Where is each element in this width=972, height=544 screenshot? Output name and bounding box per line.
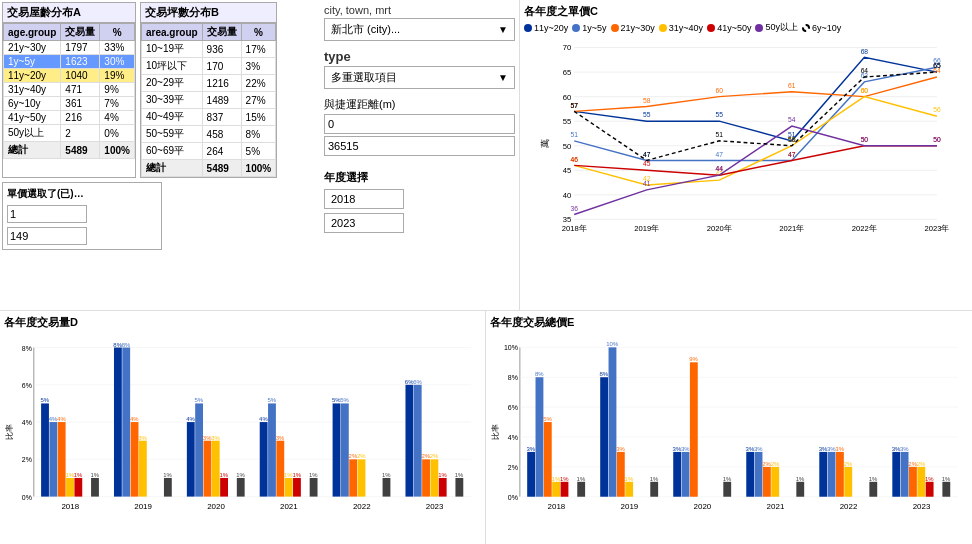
svg-text:5%: 5% bbox=[267, 397, 276, 403]
svg-text:1%: 1% bbox=[163, 472, 172, 478]
svg-rect-141 bbox=[422, 459, 430, 496]
svg-text:3%: 3% bbox=[616, 446, 625, 452]
svg-text:2019: 2019 bbox=[621, 502, 639, 511]
svg-text:2022: 2022 bbox=[840, 502, 858, 511]
svg-rect-203 bbox=[771, 467, 779, 497]
svg-rect-201 bbox=[763, 467, 771, 497]
svg-text:2022年: 2022年 bbox=[852, 224, 877, 233]
svg-rect-121 bbox=[293, 478, 301, 497]
table-a-header-2: % bbox=[100, 24, 135, 41]
svg-rect-102 bbox=[195, 403, 203, 496]
svg-rect-208 bbox=[819, 452, 827, 497]
single-price-title: 單價選取了(已)… bbox=[7, 187, 157, 201]
year-title: 年度選擇 bbox=[324, 170, 515, 185]
svg-rect-119 bbox=[285, 478, 293, 497]
svg-text:40: 40 bbox=[563, 191, 571, 200]
year-input-end[interactable] bbox=[324, 213, 404, 233]
svg-text:51: 51 bbox=[570, 131, 578, 138]
city-filter-select[interactable]: 新北市 (city)... ▼ bbox=[324, 18, 515, 41]
svg-text:58: 58 bbox=[643, 97, 651, 104]
table-b-header-2: % bbox=[241, 24, 276, 41]
svg-text:6%: 6% bbox=[413, 379, 422, 385]
svg-text:1%: 1% bbox=[796, 476, 805, 482]
svg-rect-194 bbox=[723, 482, 731, 497]
svg-text:1%: 1% bbox=[625, 476, 634, 482]
svg-text:3%: 3% bbox=[681, 446, 690, 452]
mrt-input-max[interactable] bbox=[324, 136, 515, 156]
svg-text:1%: 1% bbox=[90, 472, 99, 478]
svg-rect-93 bbox=[131, 422, 139, 497]
single-price-input-1[interactable] bbox=[7, 205, 87, 223]
svg-text:57: 57 bbox=[570, 102, 578, 109]
svg-text:2023: 2023 bbox=[913, 502, 931, 511]
svg-text:45: 45 bbox=[643, 160, 651, 167]
svg-text:1%: 1% bbox=[455, 472, 464, 478]
svg-rect-229 bbox=[942, 482, 950, 497]
svg-rect-164 bbox=[527, 452, 535, 497]
chart-c-title: 各年度之單價C bbox=[524, 4, 968, 19]
svg-rect-210 bbox=[828, 452, 836, 497]
svg-text:3%: 3% bbox=[900, 446, 909, 452]
svg-text:56: 56 bbox=[933, 106, 941, 113]
svg-text:2020: 2020 bbox=[207, 502, 225, 511]
svg-text:47: 47 bbox=[643, 151, 651, 158]
svg-rect-219 bbox=[892, 452, 900, 497]
svg-rect-134 bbox=[383, 478, 391, 497]
single-price-input-2[interactable] bbox=[7, 227, 87, 245]
mrt-input-min[interactable] bbox=[324, 114, 515, 134]
svg-text:50: 50 bbox=[788, 136, 796, 143]
svg-text:3%: 3% bbox=[527, 446, 536, 452]
svg-rect-143 bbox=[430, 459, 438, 496]
svg-text:2021年: 2021年 bbox=[779, 224, 804, 233]
chart-e-svg: 0%2%4%6%8%10%3%8%5%1%1%1%20188%10%3%1%1%… bbox=[490, 332, 968, 532]
svg-text:65: 65 bbox=[563, 68, 571, 77]
svg-rect-110 bbox=[237, 478, 245, 497]
svg-text:61: 61 bbox=[788, 82, 796, 89]
svg-rect-82 bbox=[66, 478, 74, 497]
svg-rect-174 bbox=[577, 482, 585, 497]
table-b-container: 交易坪數分布B area.group 交易量 % 10~19平93617%10坪… bbox=[140, 2, 277, 178]
main-container: 交易屋齡分布A age.group 交易量 % 21y~30y179733%1y… bbox=[0, 0, 972, 544]
svg-text:3%: 3% bbox=[138, 435, 147, 441]
table-a-container: 交易屋齡分布A age.group 交易量 % 21y~30y179733%1y… bbox=[2, 2, 136, 178]
svg-text:65: 65 bbox=[933, 62, 941, 69]
svg-rect-137 bbox=[405, 385, 413, 497]
svg-text:4%: 4% bbox=[57, 416, 66, 422]
table-b: area.group 交易量 % 10~19平93617%10坪以下1703%2… bbox=[141, 23, 276, 177]
svg-text:1%: 1% bbox=[74, 472, 83, 478]
svg-text:8%: 8% bbox=[508, 374, 518, 381]
svg-rect-190 bbox=[682, 452, 690, 497]
city-dropdown-arrow-icon: ▼ bbox=[498, 24, 508, 35]
svg-rect-117 bbox=[276, 441, 284, 497]
svg-text:2%: 2% bbox=[357, 453, 366, 459]
svg-rect-108 bbox=[220, 478, 228, 497]
svg-text:2019年: 2019年 bbox=[634, 224, 659, 233]
svg-rect-199 bbox=[755, 452, 763, 497]
table-b-header-1: 交易量 bbox=[202, 24, 241, 41]
svg-text:比率: 比率 bbox=[491, 424, 500, 440]
svg-text:45: 45 bbox=[563, 166, 571, 175]
chart-d-svg: 0%2%4%6%8%5%4%4%1%1%1%20188%8%4%3%1%2019… bbox=[4, 332, 481, 532]
svg-text:6%: 6% bbox=[508, 404, 518, 411]
svg-text:1%: 1% bbox=[869, 476, 878, 482]
svg-text:60: 60 bbox=[563, 93, 571, 102]
svg-text:2%: 2% bbox=[917, 461, 926, 467]
legend-item: 6y~10y bbox=[802, 21, 841, 34]
svg-rect-126 bbox=[333, 403, 341, 496]
svg-text:3%: 3% bbox=[835, 446, 844, 452]
chart-c-legend: 11y~20y1y~5y21y~30y31y~40y41y~50y50y以上6y… bbox=[524, 21, 968, 34]
svg-text:47: 47 bbox=[788, 151, 796, 158]
svg-rect-128 bbox=[341, 403, 349, 496]
svg-text:2018: 2018 bbox=[548, 502, 566, 511]
type-multi-select[interactable]: 多重選取項目 ▼ bbox=[324, 66, 515, 89]
svg-rect-145 bbox=[439, 478, 447, 497]
table-a-title: 交易屋齡分布A bbox=[3, 3, 135, 23]
svg-text:2021: 2021 bbox=[280, 502, 298, 511]
svg-text:1%: 1% bbox=[942, 476, 951, 482]
svg-rect-91 bbox=[122, 348, 130, 497]
svg-text:41: 41 bbox=[643, 180, 651, 187]
svg-rect-147 bbox=[455, 478, 463, 497]
year-input-start[interactable] bbox=[324, 189, 404, 209]
svg-text:50: 50 bbox=[861, 136, 869, 143]
svg-text:1%: 1% bbox=[220, 472, 229, 478]
